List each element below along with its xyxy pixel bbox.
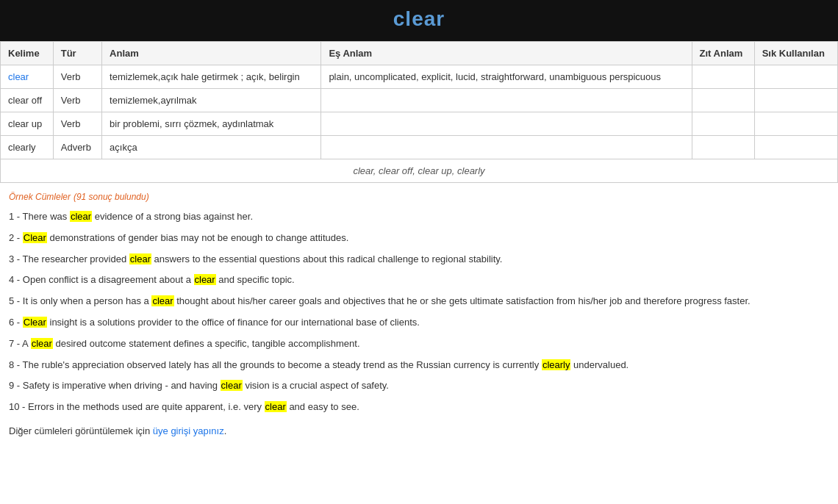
page-header: clear [0, 0, 838, 41]
word-cell: clear off [1, 89, 54, 112]
sentence-number: 1 - [9, 211, 23, 222]
highlighted-word: clear [70, 211, 92, 222]
common-cell [754, 112, 837, 136]
meaning-cell: temizlemek,açık hale getirmek ; açık, be… [102, 65, 321, 89]
sentence-text: Open conflict is a disagreement about a [23, 274, 194, 285]
sentence: 4 - Open conflict is a disagreement abou… [9, 273, 829, 288]
sentence-text: thought about his/her career goals and o… [174, 295, 751, 306]
meaning-cell: temizlemek,ayrılmak [102, 89, 321, 112]
synonyms-cell [321, 89, 692, 112]
sentence-number: 2 - [9, 232, 23, 243]
sentence-number: 4 - [9, 274, 23, 285]
sentence: 8 - The ruble's appreciation observed la… [9, 358, 829, 373]
sentence-number: 6 - [9, 317, 23, 328]
sentence-text: The ruble's appreciation observed lately… [23, 359, 542, 370]
sentence-text: undervalued. [570, 359, 628, 370]
col-header-common: Sık Kullanılan [754, 42, 837, 65]
highlighted-word: Clear [23, 232, 47, 243]
sentence-number: 10 - [9, 401, 28, 412]
sentence-text: evidence of a strong bias against her. [92, 211, 253, 222]
table-row: clear offVerbtemizlemek,ayrılmak [1, 89, 838, 112]
examples-section: Örnek Cümleler (91 sonuç bulundu) 1 - Th… [0, 183, 838, 451]
highlighted-word: Clear [23, 317, 47, 328]
sentence: 1 - There was clear evidence of a strong… [9, 209, 829, 225]
sentences-container: 1 - There was clear evidence of a strong… [9, 209, 829, 415]
examples-title: Örnek Cümleler (91 sonuç bulundu) [9, 190, 829, 202]
table-row: clear upVerbbir problemi, sırrı çözmek, … [1, 112, 838, 136]
sentence: 3 - The researcher provided clear answer… [9, 252, 829, 267]
sentence-text: Safety is imperative when driving - and … [23, 380, 221, 391]
summary-text: clear, clear off, clear up, clearly [1, 159, 838, 183]
highlighted-word: clear [129, 253, 151, 264]
sentence: 7 - A clear desired outcome statement de… [9, 336, 829, 352]
antonyms-cell [692, 65, 754, 89]
antonyms-cell [692, 89, 754, 112]
col-header-synonyms: Eş Anlam [321, 42, 692, 65]
sentence-number: 8 - [9, 359, 23, 370]
antonyms-cell [692, 136, 754, 159]
sentence-text: answers to the essential questions about… [151, 253, 502, 264]
meaning-cell: bir problemi, sırrı çözmek, aydınlatmak [102, 112, 321, 136]
sentence-text: vision is a crucial aspect of safety. [243, 380, 389, 391]
col-header-type: Tür [53, 42, 101, 65]
sentence-number: 7 - [9, 338, 22, 349]
sentence-number: 9 - [9, 380, 23, 391]
sentence-text: It is only when a person has a [23, 295, 152, 306]
highlighted-word: clear [151, 295, 173, 306]
word-link[interactable]: clear [8, 71, 29, 82]
sentence-text: A [22, 338, 31, 349]
highlighted-word: clear [194, 274, 216, 285]
sentence: 5 - It is only when a person has a clear… [9, 294, 829, 309]
word-cell: clear up [1, 112, 54, 136]
highlighted-word: clear [31, 338, 53, 349]
common-cell [754, 89, 837, 112]
type-cell: Verb [53, 89, 101, 112]
sentence-text: There was [23, 211, 70, 222]
table-header-row: Kelime Tür Anlam Eş Anlam Zıt Anlam Sık … [1, 42, 838, 65]
common-cell [754, 136, 837, 159]
sentence-number: 3 - [9, 253, 23, 264]
login-link[interactable]: üye girişi yapınız [153, 425, 224, 436]
sentence-text: demonstrations of gender bias may not be… [47, 232, 349, 243]
footer-note: Diğer cümleleri görüntülemek için üye gi… [9, 425, 829, 436]
sentence: 9 - Safety is imperative when driving - … [9, 378, 829, 394]
page-title: clear [0, 7, 838, 31]
col-header-meaning: Anlam [102, 42, 321, 65]
sentence-text: The researcher provided [23, 253, 129, 264]
meaning-cell: açıkça [102, 136, 321, 159]
synonyms-cell: plain, uncomplicated, explicit, lucid, s… [321, 65, 692, 89]
type-cell: Verb [53, 65, 101, 89]
summary-row: clear, clear off, clear up, clearly [1, 159, 838, 183]
col-header-word: Kelime [1, 42, 54, 65]
synonyms-cell [321, 136, 692, 159]
sentence-text: insight is a solutions provider to the o… [47, 317, 420, 328]
type-cell: Adverb [53, 136, 101, 159]
sentence: 10 - Errors in the methods used are quit… [9, 400, 829, 415]
table-row: clearVerbtemizlemek,açık hale getirmek ;… [1, 65, 838, 89]
sentence-text: desired outcome statement defines a spec… [53, 338, 360, 349]
antonyms-cell [692, 112, 754, 136]
sentence-text: and easy to see. [287, 401, 359, 412]
highlighted-word: clearly [542, 359, 571, 370]
highlighted-word: clear [221, 380, 243, 391]
sentence: 6 - Clear insight is a solutions provide… [9, 315, 829, 331]
highlighted-word: clear [265, 401, 287, 412]
sentence-text: and specific topic. [216, 274, 295, 285]
common-cell [754, 65, 837, 89]
table-row: clearlyAdverbaçıkça [1, 136, 838, 159]
col-header-antonyms: Zıt Anlam [692, 42, 754, 65]
word-cell: clearly [1, 136, 54, 159]
sentence-number: 5 - [9, 295, 23, 306]
synonyms-cell [321, 112, 692, 136]
dictionary-table: Kelime Tür Anlam Eş Anlam Zıt Anlam Sık … [0, 41, 838, 183]
sentence: 2 - Clear demonstrations of gender bias … [9, 231, 829, 246]
type-cell: Verb [53, 112, 101, 136]
sentence-text: Errors in the methods used are quite app… [28, 401, 265, 412]
